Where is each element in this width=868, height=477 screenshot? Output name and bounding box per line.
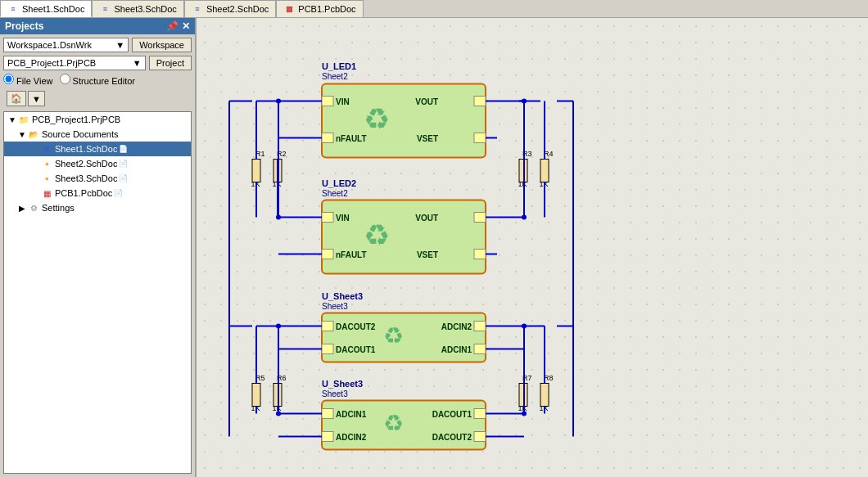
tab-sheet3[interactable]: ≡ Sheet3.SchDoc	[92, 0, 183, 17]
tab-sheet2[interactable]: ≡ Sheet2.SchDoc	[184, 0, 276, 17]
folder-icon-btn[interactable]: 🏠	[7, 91, 26, 106]
port-dacout2-bot: DACOUT2	[432, 433, 472, 442]
port-adcin1-bot: ADCIN1	[336, 410, 367, 419]
comp-sublabel-usheet3-top: Sheet3	[322, 302, 348, 311]
port-vin-led2: VIN	[336, 214, 350, 223]
tree-root-label: PCB_Project1.PrjPCB	[32, 115, 120, 124]
val-r6: 1K	[272, 404, 281, 412]
tab-label-sheet2: Sheet2.SchDoc	[206, 4, 269, 14]
port-nfault-led2: nFAULT	[336, 250, 367, 259]
pin-dacout2-top	[322, 322, 333, 331]
sch-icon: ≡	[7, 3, 19, 15]
tree-expand-root[interactable]: ▼	[7, 115, 17, 124]
port-dacout2-top: DACOUT2	[336, 322, 376, 331]
body-r5	[252, 384, 260, 407]
body-r1	[252, 160, 260, 182]
tree-settings[interactable]: ▶ ⚙ Settings	[4, 200, 191, 215]
dot-7	[522, 324, 527, 329]
tab-label-sheet3: Sheet3.SchDoc	[114, 4, 176, 14]
dot-8	[522, 412, 527, 416]
port-vset-led1: VSET	[417, 134, 438, 143]
pin-vin-led1	[322, 97, 333, 106]
folder-icon: 📂	[27, 128, 40, 141]
tree-sheet2-label: Sheet2.SchDoc	[55, 159, 117, 169]
dot-4	[522, 215, 527, 220]
structure-editor-radio-label[interactable]: Structure Editor	[60, 74, 135, 86]
port-dacout1-bot: DACOUT1	[432, 410, 472, 419]
project-button[interactable]: Project	[149, 56, 192, 70]
tree-item-sheet1[interactable]: ≡ Sheet1.SchDoc 📄	[4, 142, 191, 156]
project-row: PCB_Project1.PrjPCB ▼ Project	[3, 56, 192, 70]
toolbar-row: 🏠 ▼	[3, 89, 192, 108]
tree-root[interactable]: ▼ 📁 PCB_Project1.PrjPCB	[4, 112, 191, 127]
panel-controls: Workspace1.DsnWrk ▼ Workspace PCB_Projec…	[0, 34, 195, 111]
comp-box-uled2	[322, 200, 486, 274]
body-r8	[540, 384, 549, 407]
port-adcin1-top: ADCIN1	[441, 345, 472, 354]
dropdown-arrow: ▼	[115, 40, 124, 50]
comp-label-usheet3-bot: U_Sheet3	[322, 379, 363, 389]
sch-icon-2: ≡	[99, 3, 111, 15]
schematic-icon: ≡	[40, 142, 53, 155]
tree-expand-settings[interactable]: ▶	[17, 204, 27, 213]
tree-settings-label: Settings	[42, 203, 75, 213]
dot-6	[276, 412, 281, 416]
schematic-canvas[interactable]: U_LED1 Sheet2 ♻ VIN nFAULT VOUT VSET R1	[197, 18, 868, 477]
recycle-usheet3-top: ♻	[383, 323, 404, 349]
recycle-uled1: ♻	[364, 102, 390, 136]
tab-bar: ≡ Sheet1.SchDoc ≡ Sheet3.SchDoc ≡ Sheet2…	[0, 0, 868, 18]
pin-vout-led2	[474, 213, 486, 223]
comp-sublabel-usheet3-bot: Sheet3	[322, 389, 348, 398]
port-vout-led2: VOUT	[415, 214, 438, 223]
sch-icon-3: ≡	[192, 3, 203, 15]
tree-item-sheet3[interactable]: 🔸 Sheet3.SchDoc 📄	[4, 171, 191, 186]
tree-item-sheet2[interactable]: 🔸 Sheet2.SchDoc 📄	[4, 156, 191, 171]
schematic-icon-2: 🔸	[40, 157, 53, 170]
port-vin-led1: VIN	[336, 97, 350, 106]
comp-sublabel-uled1: Sheet2	[322, 72, 348, 81]
tab-sheet1[interactable]: ≡ Sheet1.SchDoc	[0, 0, 92, 17]
tree-file-indicator-3: 📄	[119, 174, 128, 182]
tree-file-indicator: 📄	[119, 145, 128, 153]
pin-dacout1-bot	[474, 409, 486, 419]
body-r4	[540, 160, 549, 182]
settings-icon: ⚙	[27, 201, 40, 214]
tree-expand-src[interactable]: ▼	[17, 130, 27, 139]
comp-label-uled1: U_LED1	[322, 61, 356, 71]
project-icon: 📁	[17, 113, 30, 126]
close-icon[interactable]: ✕	[182, 21, 190, 31]
structure-editor-radio[interactable]	[60, 74, 70, 84]
port-vout-led1: VOUT	[415, 97, 438, 106]
workspace-row: Workspace1.DsnWrk ▼ Workspace	[3, 38, 192, 52]
pin-dacout2-bot	[474, 432, 486, 442]
pin-adcin2-top	[474, 322, 486, 331]
tab-pcb1[interactable]: ▦ PCB1.PcbDoc	[276, 0, 363, 17]
dot-3	[522, 99, 527, 104]
project-dropdown-arrow: ▼	[133, 58, 142, 68]
workspace-dropdown[interactable]: Workspace1.DsnWrk ▼	[3, 38, 129, 52]
panel-title-buttons: 📌 ✕	[166, 21, 190, 31]
pin-adcin1-top	[474, 344, 486, 354]
panel-title: Projects	[5, 20, 43, 32]
pin-icon[interactable]: 📌	[166, 21, 179, 31]
tree-pcb1-label: PCB1.PcbDoc	[55, 188, 112, 198]
file-view-radio-label[interactable]: File View	[3, 74, 53, 86]
tab-label-sheet1: Sheet1.SchDoc	[22, 4, 84, 14]
workspace-button[interactable]: Workspace	[132, 38, 192, 52]
recycle-usheet3-bot: ♻	[383, 411, 404, 436]
options-btn[interactable]: ▼	[28, 91, 45, 106]
val-r3: 1K	[518, 180, 527, 188]
tree-item-pcb1[interactable]: ▦ PCB1.PcbDoc 📄	[4, 186, 191, 200]
pin-vset-led1	[474, 133, 486, 143]
workspace-filename: Workspace1.DsnWrk	[7, 40, 92, 50]
port-nfault-led1: nFAULT	[336, 134, 367, 143]
project-dropdown[interactable]: PCB_Project1.PrjPCB ▼	[3, 56, 146, 70]
project-filename: PCB_Project1.PrjPCB	[7, 58, 96, 68]
tree-source-docs[interactable]: ▼ 📂 Source Documents	[4, 127, 191, 142]
project-tree: ▼ 📁 PCB_Project1.PrjPCB ▼ 📂 Source Docum…	[3, 111, 192, 474]
file-view-radio[interactable]	[3, 74, 14, 84]
dot-5	[276, 324, 281, 329]
main-area: Projects 📌 ✕ Workspace1.DsnWrk ▼ Workspa…	[0, 18, 868, 477]
tree-sheet3-label: Sheet3.SchDoc	[55, 173, 117, 183]
pin-adcin1-bot	[322, 409, 333, 419]
